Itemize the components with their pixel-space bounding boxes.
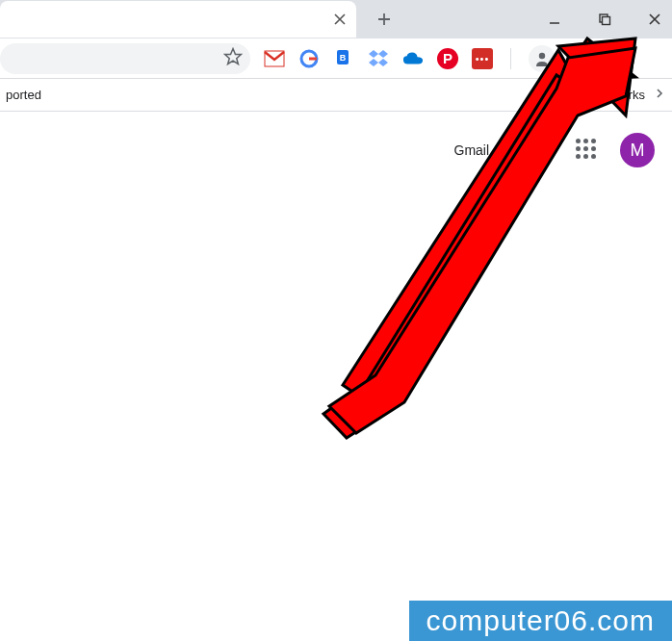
extensions-row: B P ••• (258, 45, 594, 72)
gmail-link[interactable]: Gmail (454, 142, 490, 158)
svg-marker-2 (225, 48, 242, 64)
maximize-button[interactable] (593, 8, 616, 31)
chrome-menu-button[interactable] (575, 45, 594, 72)
chevron-right-icon[interactable] (653, 87, 666, 103)
minimize-button[interactable] (543, 8, 566, 31)
browser-tab[interactable] (0, 1, 356, 38)
address-bar[interactable] (0, 43, 250, 74)
bookmark-extension-icon[interactable]: B (333, 48, 354, 69)
svg-point-7 (539, 52, 545, 58)
other-bookmarks-label: arks (621, 88, 645, 102)
svg-text:B: B (340, 53, 347, 63)
google-extension-icon[interactable] (298, 48, 320, 69)
pinterest-extension-icon[interactable]: P (437, 48, 458, 69)
lastpass-extension-icon[interactable]: ••• (472, 48, 493, 69)
browser-toolbar: B P ••• (0, 38, 672, 79)
window-controls (543, 0, 672, 38)
bookmark-folder[interactable]: O (571, 88, 615, 102)
close-tab-icon[interactable] (331, 11, 349, 28)
account-avatar[interactable]: M (620, 133, 655, 167)
other-bookmarks[interactable]: arks (615, 88, 651, 102)
google-apps-icon[interactable] (576, 139, 599, 162)
onedrive-extension-icon[interactable] (402, 48, 424, 69)
gmail-extension-icon[interactable] (264, 48, 285, 69)
profile-button[interactable] (529, 45, 556, 72)
bookmark-star-icon[interactable] (223, 47, 243, 70)
page-header-links: Gmail Images M (0, 112, 672, 167)
avatar-initial: M (631, 141, 645, 161)
dropbox-extension-icon[interactable] (368, 48, 389, 69)
watermark: computer06.com (409, 601, 672, 641)
bookmarks-left-text[interactable]: ported (6, 88, 41, 102)
pinterest-letter: P (443, 50, 452, 66)
close-window-button[interactable] (643, 8, 666, 31)
lastpass-dots: ••• (476, 53, 490, 64)
bookmark-folder-label: O (600, 88, 609, 102)
watermark-text: computer06.com (426, 604, 655, 636)
svg-rect-1 (603, 17, 610, 25)
images-link[interactable]: Images (510, 142, 555, 158)
tab-strip (0, 0, 672, 38)
new-tab-button[interactable] (370, 5, 399, 34)
folder-icon (577, 89, 594, 102)
toolbar-divider (510, 48, 511, 69)
bookmarks-bar: ported O arks (0, 79, 672, 112)
